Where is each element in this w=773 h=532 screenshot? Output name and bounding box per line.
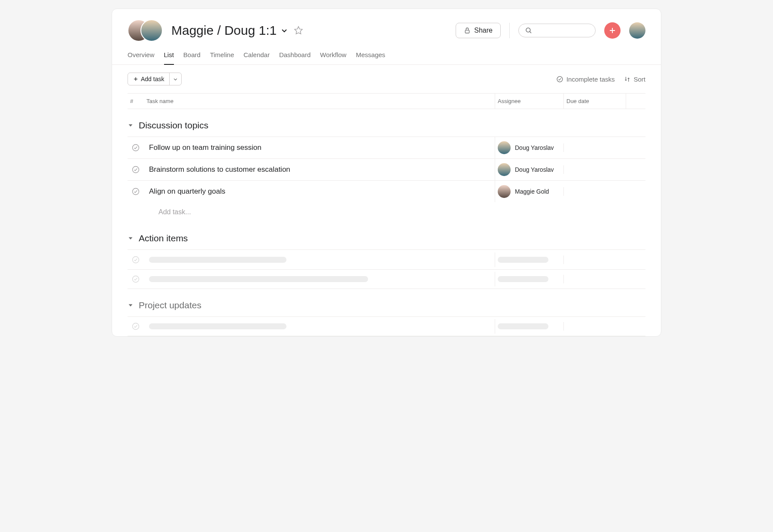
assignee-avatar bbox=[498, 141, 511, 154]
search-field[interactable] bbox=[533, 27, 589, 34]
task-assignee[interactable]: Doug Yaroslav bbox=[495, 137, 563, 158]
tab-messages[interactable]: Messages bbox=[356, 51, 385, 64]
check-circle-icon bbox=[131, 255, 140, 264]
svg-point-3 bbox=[133, 145, 139, 151]
task-name[interactable]: Align on quarterly goals bbox=[144, 183, 495, 200]
current-user-avatar[interactable] bbox=[629, 22, 645, 39]
col-assignee[interactable]: Assignee bbox=[495, 94, 563, 109]
task-due[interactable] bbox=[563, 165, 626, 174]
task-name[interactable]: Follow up on team training session bbox=[144, 139, 495, 156]
check-circle-icon[interactable] bbox=[131, 165, 140, 174]
assignee-avatar bbox=[498, 163, 511, 176]
search-input[interactable] bbox=[518, 24, 596, 37]
divider bbox=[509, 23, 510, 38]
section-header[interactable]: Discussion topics bbox=[128, 109, 645, 137]
task-row-skeleton bbox=[128, 249, 645, 269]
task-assignee[interactable]: Maggie Gold bbox=[495, 181, 563, 202]
lock-icon bbox=[464, 27, 471, 34]
sort-label: Sort bbox=[633, 76, 645, 83]
skeleton bbox=[149, 323, 286, 329]
add-task-main[interactable]: Add task bbox=[128, 73, 170, 85]
project-tabs: Overview List Board Timeline Calendar Da… bbox=[112, 42, 661, 65]
sort-button[interactable]: Sort bbox=[624, 76, 645, 83]
col-task-name[interactable]: Task name bbox=[144, 94, 495, 109]
assignee-name: Maggie Gold bbox=[515, 188, 549, 195]
task-row[interactable]: Brainstorm solutions to customer escalat… bbox=[128, 158, 645, 180]
tab-board[interactable]: Board bbox=[183, 51, 201, 64]
project-members-avatars[interactable] bbox=[128, 19, 163, 42]
tab-list[interactable]: List bbox=[164, 51, 174, 64]
add-task-label: Add task bbox=[141, 76, 164, 82]
assignee-name: Doug Yaroslav bbox=[515, 144, 554, 151]
check-circle-icon bbox=[131, 275, 140, 283]
share-label: Share bbox=[474, 27, 493, 34]
share-button[interactable]: Share bbox=[456, 23, 501, 38]
task-row-skeleton bbox=[128, 269, 645, 289]
check-circle-icon[interactable] bbox=[131, 143, 140, 152]
caret-down-icon[interactable] bbox=[128, 235, 134, 241]
task-name[interactable]: Brainstorm solutions to customer escalat… bbox=[144, 161, 495, 178]
sort-icon bbox=[624, 76, 630, 82]
add-task-dropdown[interactable] bbox=[170, 74, 181, 84]
project-title[interactable]: Maggie / Doug 1:1 bbox=[171, 23, 277, 38]
assignee-name: Doug Yaroslav bbox=[515, 166, 554, 173]
assignee-avatar bbox=[498, 185, 511, 198]
tab-overview[interactable]: Overview bbox=[128, 51, 155, 64]
chevron-down-icon[interactable] bbox=[281, 27, 288, 34]
section-title: Discussion topics bbox=[139, 120, 208, 131]
col-due-date[interactable]: Due date bbox=[563, 94, 626, 109]
star-icon[interactable] bbox=[292, 26, 303, 35]
plus-icon bbox=[133, 76, 138, 82]
task-due[interactable] bbox=[563, 143, 626, 152]
col-extra[interactable] bbox=[626, 94, 645, 109]
skeleton bbox=[498, 276, 548, 282]
caret-down-icon[interactable] bbox=[128, 122, 134, 128]
tab-calendar[interactable]: Calendar bbox=[243, 51, 270, 64]
app-container: Maggie / Doug 1:1 Share bbox=[112, 9, 661, 337]
section-discussion-topics: Discussion topics Follow up on team trai… bbox=[112, 109, 661, 222]
add-task-row[interactable]: Add task... bbox=[128, 202, 645, 222]
filter-incomplete[interactable]: Incomplete tasks bbox=[556, 76, 615, 83]
tab-dashboard[interactable]: Dashboard bbox=[279, 51, 310, 64]
task-due[interactable] bbox=[563, 187, 626, 196]
task-row-skeleton bbox=[128, 316, 645, 336]
avatar-doug bbox=[140, 19, 163, 42]
svg-point-6 bbox=[133, 256, 139, 263]
section-title: Action items bbox=[139, 233, 188, 243]
svg-point-7 bbox=[133, 276, 139, 283]
filter-label: Incomplete tasks bbox=[566, 76, 615, 83]
skeleton bbox=[149, 257, 286, 263]
task-row[interactable]: Follow up on team training session Doug … bbox=[128, 137, 645, 158]
svg-point-5 bbox=[133, 188, 139, 195]
section-project-updates: Project updates bbox=[112, 289, 661, 336]
check-circle-icon[interactable] bbox=[131, 187, 140, 196]
add-task-button[interactable]: Add task bbox=[128, 73, 182, 85]
task-row[interactable]: Align on quarterly goals Maggie Gold bbox=[128, 180, 645, 202]
skeleton bbox=[498, 257, 548, 263]
project-header: Maggie / Doug 1:1 Share bbox=[112, 9, 661, 42]
header-actions: Share bbox=[456, 22, 645, 39]
add-button[interactable] bbox=[604, 22, 621, 39]
project-title-group: Maggie / Doug 1:1 bbox=[171, 23, 303, 38]
check-circle-icon bbox=[556, 76, 563, 83]
section-header[interactable]: Action items bbox=[128, 222, 645, 249]
column-headers: # Task name Assignee Due date bbox=[128, 93, 645, 109]
svg-point-2 bbox=[557, 76, 563, 82]
section-header[interactable]: Project updates bbox=[128, 289, 645, 316]
caret-down-icon[interactable] bbox=[128, 302, 134, 308]
col-hash: # bbox=[128, 94, 144, 109]
svg-point-8 bbox=[133, 323, 139, 330]
task-assignee[interactable]: Doug Yaroslav bbox=[495, 159, 563, 180]
search-icon bbox=[525, 27, 533, 34]
svg-point-1 bbox=[526, 28, 530, 32]
tab-workflow[interactable]: Workflow bbox=[320, 51, 346, 64]
svg-point-4 bbox=[133, 167, 139, 173]
skeleton bbox=[149, 276, 368, 282]
list-toolbar: Add task Incomplete tasks Sort bbox=[112, 65, 661, 93]
plus-icon bbox=[609, 27, 616, 34]
filter-group: Incomplete tasks Sort bbox=[556, 76, 645, 83]
section-action-items: Action items bbox=[112, 222, 661, 289]
tab-timeline[interactable]: Timeline bbox=[210, 51, 234, 64]
section-title: Project updates bbox=[139, 300, 201, 310]
skeleton bbox=[498, 323, 548, 329]
